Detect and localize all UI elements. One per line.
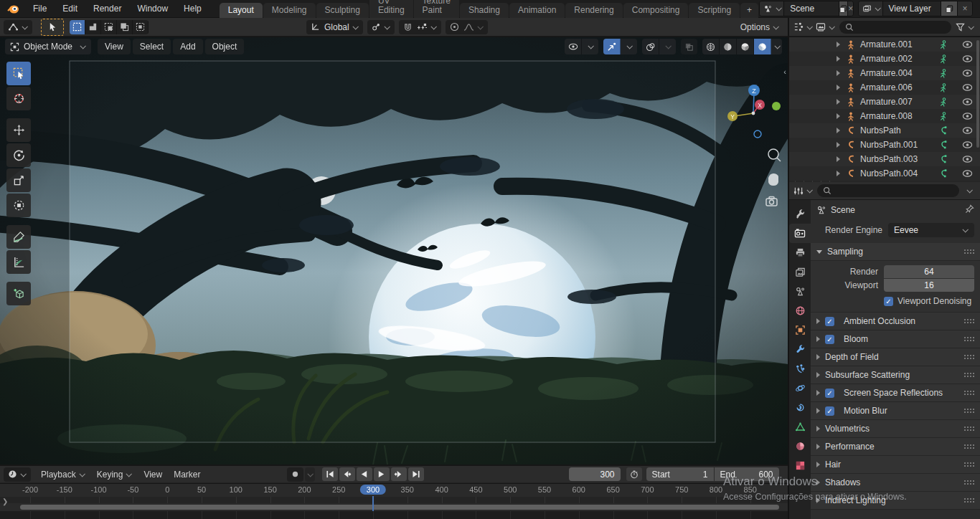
- outliner-editor-type-button[interactable]: [793, 22, 813, 32]
- add-workspace-button[interactable]: +: [740, 3, 758, 18]
- panel-drag-grip[interactable]: [963, 372, 974, 378]
- tool-rotate-button[interactable]: [6, 143, 31, 167]
- sampling-panel-header[interactable]: Sampling: [811, 243, 980, 261]
- region-collapse-icon[interactable]: ‹: [783, 67, 786, 76]
- jump-to-end-button[interactable]: [408, 467, 424, 481]
- tool-select-box-button[interactable]: [6, 62, 31, 85]
- outliner-row[interactable]: NurbsPath.004: [789, 166, 980, 181]
- pose-data-icon[interactable]: [938, 82, 948, 93]
- viewport-menu-select[interactable]: Select: [133, 39, 171, 54]
- active-tool-display[interactable]: [41, 19, 64, 36]
- timeline-menu-marker[interactable]: Marker: [168, 470, 206, 480]
- expand-icon[interactable]: [816, 462, 820, 467]
- unlink-scene-button[interactable]: ×: [847, 1, 853, 16]
- auto-keying-toggle[interactable]: [287, 467, 303, 482]
- expand-icon[interactable]: [816, 426, 820, 432]
- hide-viewport-icon[interactable]: [962, 141, 973, 149]
- outliner-row[interactable]: NurbsPath.001: [789, 138, 980, 152]
- pin-icon[interactable]: [965, 204, 974, 216]
- timeline-menu-view[interactable]: View: [138, 470, 168, 480]
- select-mode-subtract-button[interactable]: [101, 20, 117, 34]
- pose-data-icon[interactable]: [938, 97, 948, 108]
- render-engine-dropdown[interactable]: Eevee: [888, 223, 974, 237]
- shading-wireframe-button[interactable]: [702, 39, 720, 54]
- outliner-row[interactable]: Armature.004: [789, 66, 980, 80]
- overlays-chevron[interactable]: [659, 39, 676, 54]
- blender-logo-icon[interactable]: [7, 4, 19, 14]
- timeline-horizontal-scrollbar[interactable]: [20, 505, 779, 510]
- expand-icon[interactable]: [816, 318, 820, 324]
- menu-file[interactable]: File: [25, 0, 55, 17]
- section-screen-space-reflections[interactable]: ✓Screen Space Reflections: [811, 384, 980, 402]
- select-mode-set-button[interactable]: [70, 20, 85, 34]
- object-name[interactable]: Armature.002: [860, 54, 913, 64]
- shading-material-button[interactable]: [737, 39, 754, 54]
- section-subsurface-scattering[interactable]: Subsurface Scattering: [811, 366, 980, 384]
- workspace-tab-rendering[interactable]: Rendering: [565, 3, 622, 18]
- hide-viewport-icon[interactable]: [962, 155, 973, 163]
- hide-viewport-icon[interactable]: [962, 169, 973, 178]
- play-reverse-button[interactable]: [357, 467, 372, 481]
- properties-tab-world[interactable]: [789, 301, 811, 320]
- xray-toggle[interactable]: [681, 39, 697, 54]
- hide-viewport-icon[interactable]: [962, 54, 973, 63]
- section-hair[interactable]: Hair: [811, 456, 980, 474]
- pivot-point-dropdown[interactable]: [367, 20, 395, 34]
- outliner-row[interactable]: Armature.006: [789, 80, 980, 95]
- object-name[interactable]: Armature.007: [860, 97, 913, 107]
- frame-end-field[interactable]: End 600: [715, 467, 779, 481]
- previous-keyframe-button[interactable]: [339, 467, 355, 481]
- properties-tab-render[interactable]: [789, 224, 811, 243]
- outliner-filter-button[interactable]: [956, 23, 974, 32]
- expand-icon[interactable]: [816, 480, 820, 485]
- sampling-render-field[interactable]: 64: [884, 265, 974, 278]
- hide-viewport-icon[interactable]: [962, 40, 973, 49]
- pose-data-icon[interactable]: [938, 111, 948, 122]
- hide-viewport-icon[interactable]: [962, 126, 973, 135]
- expand-icon[interactable]: [816, 497, 820, 503]
- workspace-tab-uv-editing[interactable]: UV Editing: [369, 0, 413, 18]
- view-layer-name[interactable]: View Layer: [883, 4, 941, 14]
- section-depth-of-field[interactable]: Depth of Field: [811, 348, 980, 366]
- expand-icon[interactable]: [837, 99, 840, 105]
- jump-to-start-button[interactable]: [322, 467, 338, 481]
- object-name[interactable]: Armature.004: [860, 68, 913, 78]
- viewport-3d[interactable]: Object Mode ViewSelectAddObject: [0, 37, 788, 465]
- object-name[interactable]: NurbsPath.003: [860, 154, 918, 164]
- section-shadows[interactable]: Shadows: [811, 474, 980, 492]
- hide-viewport-icon[interactable]: [962, 69, 973, 77]
- bloom-checkbox[interactable]: ✓: [825, 335, 834, 344]
- outliner-row[interactable]: NurbsPath: [789, 123, 980, 138]
- timeline-menu-playback[interactable]: Playback: [35, 470, 91, 480]
- hide-viewport-icon[interactable]: [962, 83, 973, 92]
- new-scene-button[interactable]: [839, 1, 847, 16]
- expand-icon[interactable]: [816, 408, 820, 414]
- section-performance[interactable]: Performance: [811, 438, 980, 456]
- properties-search[interactable]: [817, 184, 959, 197]
- panel-drag-grip[interactable]: [963, 318, 974, 324]
- panel-drag-grip[interactable]: [963, 426, 974, 432]
- viewport-menu-add[interactable]: Add: [173, 39, 202, 54]
- outliner-scrollbar[interactable]: [976, 40, 979, 148]
- scene-type-icon[interactable]: [760, 1, 784, 16]
- properties-tab-particles[interactable]: [789, 359, 811, 378]
- section-ambient-occlusion[interactable]: ✓Ambient Occlusion: [811, 313, 980, 330]
- curve-data-icon[interactable]: [938, 168, 948, 178]
- outliner-row[interactable]: Armature.008: [789, 109, 980, 123]
- section-motion-blur[interactable]: ✓Motion Blur: [811, 402, 980, 420]
- panel-drag-grip[interactable]: [963, 480, 974, 485]
- scene-name[interactable]: Scene: [784, 4, 839, 14]
- menu-help[interactable]: Help: [176, 0, 209, 17]
- view-layer-type-icon[interactable]: [859, 1, 883, 16]
- properties-tab-constraints[interactable]: [789, 398, 811, 417]
- expand-icon[interactable]: [837, 56, 840, 62]
- timeline-menu-keying[interactable]: Keying: [91, 470, 138, 480]
- section-volumetrics[interactable]: Volumetrics: [811, 420, 980, 438]
- gizmos-chevron[interactable]: [621, 39, 637, 54]
- pose-data-icon[interactable]: [938, 39, 948, 50]
- properties-tab-physics[interactable]: [789, 378, 811, 398]
- motion-blur-checkbox[interactable]: ✓: [825, 406, 834, 416]
- show-gizmos-toggle[interactable]: [603, 39, 621, 54]
- options-dropdown[interactable]: Options: [740, 22, 779, 32]
- section-bloom[interactable]: ✓Bloom: [811, 330, 980, 348]
